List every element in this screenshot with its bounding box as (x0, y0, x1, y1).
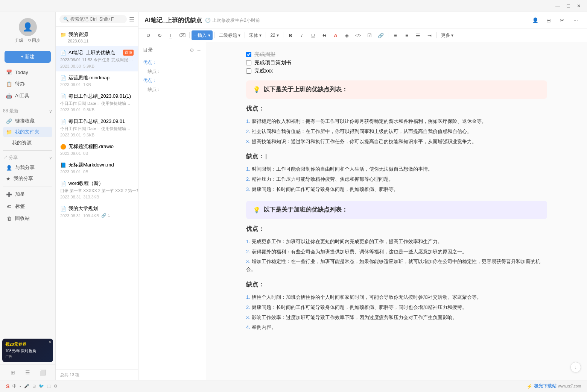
close-button[interactable]: ✕ (573, 1, 584, 11)
scissors-button[interactable]: ✂ (557, 15, 567, 26)
sidebar-nav: 📅 Today 📋 待办 🤖 AI工具 (0, 67, 55, 101)
grid-view-button[interactable]: ⊞ (8, 368, 17, 377)
file-item-flowchart[interactable]: 🟠 无标题流程图.drawio 2023.09.01 0B (56, 140, 138, 159)
sogou-icon[interactable]: S (6, 383, 9, 389)
top-badge: 置顶 (123, 50, 134, 56)
checkbox-2[interactable] (246, 60, 251, 65)
ordered-list-button[interactable]: ≡ (401, 30, 412, 40)
file-item-word[interactable]: 📄 word教程（新） 目录 第一章 XXXXX 2 第一节 XXX 2 第一章… (56, 177, 138, 202)
file-item-ai-note[interactable]: 📄 AI笔记_上班的优缺点 置顶 2023/09/01 11:53 今日任务 完… (56, 46, 138, 71)
status-grid-icon[interactable]: ⊞ (32, 384, 36, 389)
ai-icon: 🤖 (6, 93, 12, 99)
search-icon: 🔍 (63, 17, 69, 22)
toc-subitem-1[interactable]: 缺点： (143, 67, 201, 76)
file-preview-worklog1: 今日工作 日期 Date： 使用快捷键输入当前日期：Alt+Shift+D Ma… (60, 101, 134, 106)
align-button[interactable]: ☰ (413, 30, 423, 40)
folder-name: 我的资源 (68, 31, 88, 38)
status-chinese-icon[interactable]: 中 (12, 383, 17, 389)
maximize-button[interactable]: ☐ (563, 1, 573, 11)
user-avatar-section: 👤 升级 ↻ 同步 (0, 12, 55, 49)
redo-button[interactable]: ↻ (154, 30, 165, 40)
minimize-button[interactable]: — (552, 1, 563, 11)
strikethrough-button[interactable]: S (319, 30, 330, 40)
toc-item-1[interactable]: 优点： (143, 58, 201, 67)
sidebar-item-my-folder[interactable]: 📁 我的文件夹 (3, 127, 52, 137)
sidebar-item-pending[interactable]: 📋 待办 (3, 78, 52, 89)
search-input[interactable] (70, 17, 123, 22)
checkbox-button[interactable]: ☑ (364, 30, 375, 40)
calendar-icon: 📅 (6, 70, 12, 75)
more-options-button[interactable]: ··· (570, 15, 581, 26)
status-mic-icon[interactable]: 🎤 (24, 384, 29, 389)
link-button[interactable]: 🔗 (376, 30, 386, 40)
sidebar-item-shared-with-me[interactable]: 👤 与我分享 (3, 162, 52, 173)
pros-1-title: 优点： (246, 105, 547, 113)
new-button[interactable]: + 新建 (5, 51, 51, 63)
toc-collapse-icon[interactable]: ← (196, 47, 201, 53)
editor-top-actions: 👤 ⊟ ✂ ··· (530, 15, 581, 26)
panel-view-button[interactable]: ⬜ (38, 368, 47, 377)
filter-button[interactable]: ☰ (129, 16, 134, 23)
sidebar-item-my-resources[interactable]: 我的资源 (3, 138, 52, 148)
ad-close-button[interactable]: ✕ (49, 340, 52, 344)
search-box[interactable]: 🔍 (59, 15, 127, 23)
sidebar-item-star[interactable]: ➕ 加星 (3, 189, 52, 200)
sidebar-item-link-favorites[interactable]: 🔗 链接收藏 (3, 116, 52, 126)
sidebar-item-tags[interactable]: 🏷 标签 (3, 201, 52, 212)
font-dropdown[interactable]: 宋体 ▾ (247, 32, 264, 39)
brand-icon: ⚡ (527, 384, 532, 389)
status-bird-icon[interactable]: 🐦 (39, 384, 44, 389)
doc-icon-university: 📄 (60, 206, 66, 212)
toc-item-2[interactable]: 优点： (143, 76, 201, 85)
bold-button[interactable]: B (285, 30, 296, 40)
file-item-worklog2[interactable]: 📄 每日工作总结_2023.09.01 今日工作 日期 Date： 使用快捷键输… (56, 115, 138, 140)
ai-section-overtime: 💡 以下是关于加班的优缺点列表： (246, 201, 547, 219)
checkbox-3[interactable] (246, 68, 251, 74)
scroll-to-bottom-button[interactable]: ↓ (570, 362, 581, 372)
status-share-icon[interactable]: ⬚ (47, 384, 51, 389)
upgrade-button[interactable]: 升级 (15, 38, 23, 43)
sync-button[interactable]: ↻ 同步 (28, 38, 40, 43)
insert-button[interactable]: + 插入 ▾ (192, 30, 213, 40)
font-color-button[interactable]: A (330, 30, 341, 40)
file-list-panel: 🔍 ☰ 📁 我的资源 2023.08.11 📄 AI笔记_上班的优缺点 置顶 (56, 12, 138, 380)
share-section-header[interactable]: ↗ 分享 ∨ (0, 153, 55, 162)
status-settings-icon[interactable]: ⚙ (54, 384, 58, 389)
brand-logo[interactable]: ⚡ 极光下载站 www.xz7.com (527, 383, 581, 389)
ad-box[interactable]: ✕ 领20元券券 108元/年 限时抢购 广告 (2, 339, 53, 362)
recent-section-header[interactable]: 88 最新 ∨ (0, 106, 55, 116)
more-dropdown[interactable]: 更多 ▾ (439, 32, 456, 39)
code-inline-button[interactable]: </> (353, 30, 363, 40)
sidebar-item-trash[interactable]: 🗑 回收站 (3, 213, 52, 224)
sidebar-item-my-share[interactable]: ★ 我的分享 (3, 173, 52, 184)
file-item-markdown[interactable]: 📘 无标题Markdown.md 2023.09.01 0B (56, 159, 138, 177)
cons-1-item-1: 时间限制：工作可能会限制你的自由时间和个人生活，使你无法做自己想做的事情。 (246, 164, 547, 174)
indent-button[interactable]: ⇥ (424, 30, 435, 40)
text-style-button[interactable]: T̲ (166, 30, 176, 40)
eraser-button[interactable]: ⌫ (177, 30, 187, 40)
file-title-markdown: 无标题Markdown.md (68, 162, 134, 168)
italic-button[interactable]: I (297, 30, 307, 40)
plus-icon: ➕ (6, 192, 12, 197)
checkbox-1[interactable] (246, 52, 251, 57)
sidebar-item-ai-tools[interactable]: 🤖 AI工具 (3, 90, 52, 101)
sidebar-item-today[interactable]: 📅 Today (3, 67, 52, 77)
bullet-list-button[interactable]: ≡ (390, 30, 401, 40)
file-item-worklog1[interactable]: 📄 每日工作总结_2023.09.01(1) 今日工作 日期 Date： 使用快… (56, 90, 138, 115)
folder-my-resources[interactable]: 📁 我的资源 2023.08.11 (56, 28, 138, 46)
undo-button[interactable]: ↺ (143, 30, 154, 40)
file-item-university[interactable]: 📄 我的大学规划 2023.08.31 109.4KB 🔗 1 (56, 202, 138, 221)
toc-settings-icon[interactable]: ⚙ (190, 47, 194, 53)
highlight-button[interactable]: ◈ (342, 30, 352, 40)
underline-button[interactable]: U (308, 30, 318, 40)
list-view-button[interactable]: ☰ (23, 368, 32, 377)
toc-subitem-2[interactable]: 缺点： (143, 85, 201, 94)
search-in-doc-button[interactable]: ⊟ (543, 15, 554, 26)
editor-main[interactable]: 完成周报 完成项目策划书 完成xxx (206, 42, 587, 380)
size-dropdown[interactable]: 22 ▾ (268, 32, 281, 39)
file-item-mindmap[interactable]: 📄 运营思维.mindmap 2023.09.01 1KB (56, 71, 138, 90)
user-share-button[interactable]: 👤 (530, 15, 540, 26)
toc-header: 目录 ⚙ ← (143, 47, 201, 53)
avatar[interactable]: 👤 (19, 18, 37, 36)
heading-dropdown[interactable]: 二级标题 ▾ (217, 32, 243, 39)
